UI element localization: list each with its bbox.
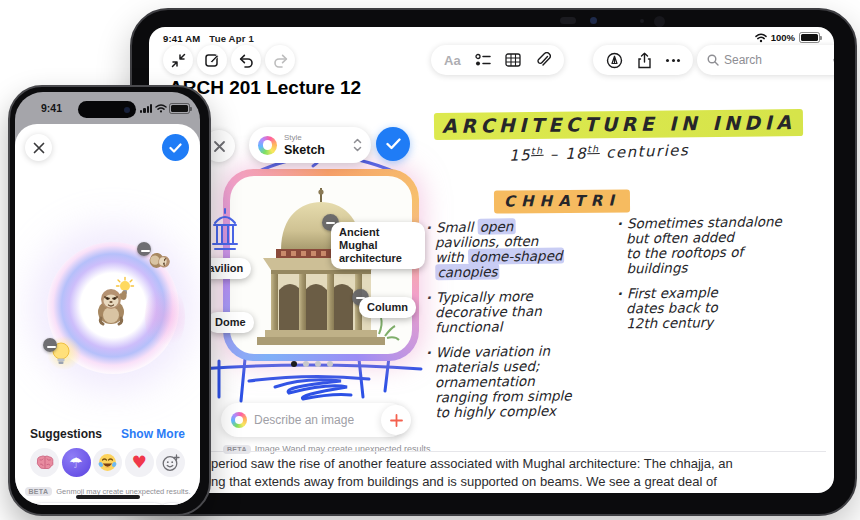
redo-button[interactable]: [265, 45, 295, 75]
accept-genmoji-button[interactable]: [162, 134, 189, 161]
wifi-icon: [155, 104, 166, 113]
umbrella-icon: ☂: [69, 454, 82, 472]
cellular-signal-icon: [140, 104, 152, 113]
note-heading: ARCHITECTURE IN INDIA: [434, 111, 804, 137]
iphone-status-bar: 9:41: [15, 99, 200, 115]
dynamic-island: [78, 101, 136, 118]
ipad-battery-percent: 100%: [771, 32, 795, 43]
iphone-genmoji-screen: 9:41: [15, 92, 200, 505]
more-options-button[interactable]: [666, 59, 680, 62]
style-picker[interactable]: Style Sketch: [249, 127, 371, 163]
heart-emoji-suggestion[interactable]: ♥: [125, 448, 154, 477]
note-body-line: s period saw the rise of another feature…: [201, 456, 831, 471]
beta-badge: BETA: [25, 487, 53, 496]
describe-image-input[interactable]: Describe an image: [221, 403, 407, 437]
style-label: Style: [284, 134, 325, 142]
note-bullets-left: ·Small openpavilions, oftenwith dome-sha…: [426, 219, 626, 429]
note-subheading: 15th – 18th centuries: [509, 141, 690, 173]
brain-emoji-suggestion[interactable]: [30, 448, 59, 477]
image-wand-beta-note: BETA Image Wand may create unexpected re…: [223, 444, 433, 454]
collapse-toolbar-button[interactable]: [163, 45, 193, 75]
close-genmoji-button[interactable]: [25, 134, 52, 161]
compose-note-button[interactable]: [197, 45, 227, 75]
mughal-pavilion-image: [241, 186, 401, 354]
image-playground-icon: [231, 412, 247, 428]
ipad-front-camera: [432, 15, 682, 27]
attachment-paperclip-button[interactable]: [535, 52, 551, 68]
wifi-icon: [755, 33, 767, 43]
beta-badge: BETA: [223, 445, 251, 454]
image-playground-icon: [258, 136, 277, 155]
tag-column[interactable]: Column: [359, 297, 416, 318]
note-body-line: ning that extends away from buildings an…: [201, 474, 831, 489]
chevron-up-down-icon: [353, 138, 362, 152]
iphone-clock: 9:41: [41, 102, 62, 114]
show-more-link[interactable]: Show More: [121, 427, 185, 441]
note-section-chhatri: CHHATRI: [494, 189, 630, 213]
umbrella-genmoji-suggestion-selected[interactable]: ☂: [62, 448, 91, 477]
iphone-device: 9:41: [8, 85, 211, 516]
table-button[interactable]: [505, 53, 521, 67]
note-divider: [157, 451, 826, 452]
search-placeholder: Search: [724, 53, 828, 67]
search-field[interactable]: Search: [697, 45, 834, 75]
sketch-thumbnail-icon: [211, 207, 239, 255]
ipad-status-bar: 9:41 AM Tue Apr 1 100%: [149, 27, 834, 45]
remove-accessory-button[interactable]: [43, 338, 57, 352]
text-format-button[interactable]: Aa: [444, 53, 461, 68]
dictation-mic-icon[interactable]: [833, 53, 834, 67]
undo-button[interactable]: [231, 45, 261, 75]
heart-icon: ♥: [131, 454, 146, 471]
describe-genmoji-input[interactable]: Describe a Genmoji: [28, 502, 168, 505]
lightbulb-accessory-chip[interactable]: [49, 340, 73, 368]
laughing-emoji-suggestion[interactable]: [93, 448, 122, 477]
ipad-date: Tue Apr 1: [209, 33, 254, 44]
apple-intelligence-marketing-shot: 9:41 AM Tue Apr 1 100%: [0, 0, 860, 520]
battery-icon: [799, 32, 820, 43]
checklist-button[interactable]: [475, 53, 491, 67]
sloth-accessory-chip[interactable]: [145, 246, 175, 276]
style-value: Sketch: [284, 144, 325, 157]
sloth-genmoji: [87, 276, 139, 328]
left-toolbar: [163, 45, 295, 75]
note-bullets-right: ·Sometimes standalonebut often addedto t…: [617, 215, 832, 340]
genmoji-sheet: Suggestions Show More ☂ ♥: [15, 124, 200, 505]
search-icon: [707, 54, 719, 66]
describe-image-placeholder: Describe an image: [254, 413, 354, 427]
battery-icon: [169, 103, 190, 114]
tag-dome[interactable]: Dome: [207, 312, 254, 333]
format-toolbar: Aa: [431, 45, 564, 75]
image-variant-dots[interactable]: [291, 361, 333, 367]
ipad-clock: 9:41 AM: [163, 33, 200, 44]
home-indicator[interactable]: [76, 495, 140, 499]
tools-toolbar: [593, 45, 693, 75]
emoji-suggestions-row: ☂ ♥: [15, 448, 200, 477]
markup-pencil-button[interactable]: [606, 52, 623, 69]
tag-ancient-mughal-architecture[interactable]: Ancient Mughal architecture: [331, 222, 425, 269]
accept-image-button[interactable]: [376, 127, 410, 161]
ipad-device: 9:41 AM Tue Apr 1 100%: [130, 8, 857, 516]
new-genmoji-button[interactable]: [156, 448, 185, 477]
suggestions-label: Suggestions: [30, 427, 102, 441]
share-button[interactable]: [637, 52, 652, 69]
ipad-notes-app: 9:41 AM Tue Apr 1 100%: [149, 27, 834, 493]
remove-accessory-button[interactable]: [137, 242, 151, 256]
add-image-button[interactable]: [381, 405, 411, 435]
